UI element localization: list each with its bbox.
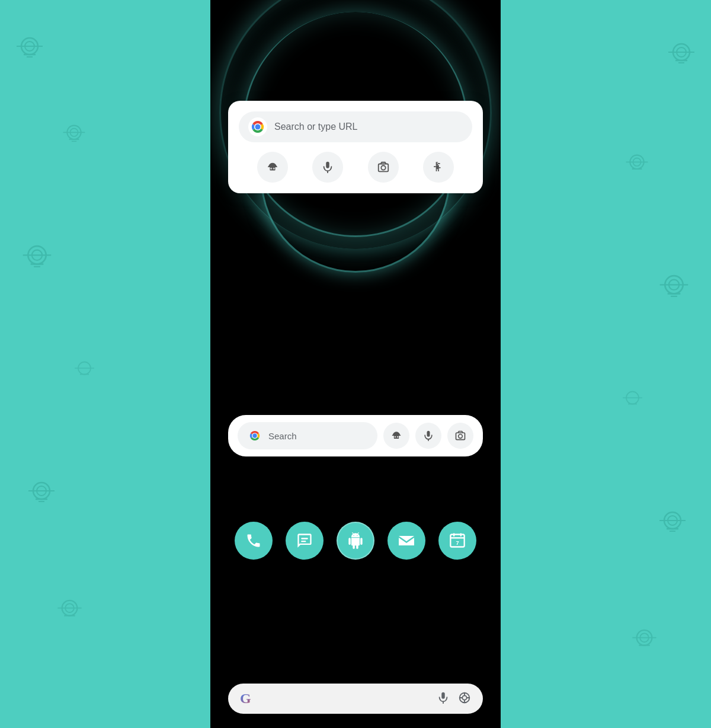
chrome-search-bar-large[interactable]: Search or type URL (239, 111, 472, 142)
svg-rect-67 (434, 166, 435, 167)
svg-point-60 (271, 168, 271, 169)
svg-rect-66 (436, 165, 439, 170)
chrome-logo-large (248, 117, 267, 136)
svg-text:7: 7 (456, 540, 459, 546)
svg-rect-83 (301, 538, 308, 539)
lens-button-small[interactable] (447, 423, 473, 449)
phone-frame: Search or type URL (210, 0, 501, 728)
dock-icons: 7 (228, 522, 483, 560)
voice-button-small[interactable] (415, 423, 441, 449)
svg-point-82 (459, 435, 463, 439)
svg-point-71 (437, 162, 438, 164)
incognito-button-small[interactable] (383, 423, 409, 449)
dock-phone-icon[interactable] (235, 522, 273, 560)
chrome-search-placeholder-large: Search or type URL (274, 122, 358, 132)
lens-button-large[interactable] (368, 152, 399, 183)
svg-rect-70 (438, 169, 439, 171)
chrome-search-placeholder-small: Search (268, 431, 297, 441)
dock-android-icon[interactable] (337, 522, 374, 560)
svg-point-73 (252, 433, 257, 438)
chrome-action-buttons-large (239, 152, 472, 183)
glow-background (210, 0, 501, 415)
dock-messages-icon[interactable] (286, 522, 324, 560)
svg-point-61 (273, 168, 274, 169)
dock-calendar-icon[interactable]: 7 (438, 522, 476, 560)
svg-rect-68 (439, 167, 441, 168)
google-search-bar[interactable]: G (228, 684, 483, 714)
dino-button-large[interactable] (423, 152, 454, 183)
svg-rect-69 (436, 169, 437, 171)
chrome-widget-small: Search (228, 415, 483, 456)
chrome-widget-large: Search or type URL (228, 101, 483, 193)
google-bar-actions (437, 691, 471, 707)
svg-rect-84 (301, 541, 306, 542)
google-voice-button[interactable] (437, 691, 450, 707)
voice-button-large[interactable] (312, 152, 343, 183)
svg-rect-62 (326, 162, 330, 168)
svg-point-78 (398, 437, 398, 438)
svg-point-93 (462, 695, 466, 700)
chrome-search-bar-small[interactable]: Search (238, 422, 377, 449)
google-lens-button[interactable] (458, 691, 471, 707)
incognito-button-large[interactable] (257, 152, 288, 183)
svg-rect-90 (441, 692, 445, 698)
dock-gmail-icon[interactable] (387, 522, 425, 560)
svg-rect-79 (427, 431, 430, 437)
svg-point-65 (381, 165, 385, 170)
chrome-logo-small (247, 428, 262, 443)
svg-point-56 (255, 124, 261, 130)
svg-point-77 (395, 437, 395, 438)
google-logo: G (240, 691, 335, 707)
phone-screen: Search or type URL (210, 0, 501, 728)
